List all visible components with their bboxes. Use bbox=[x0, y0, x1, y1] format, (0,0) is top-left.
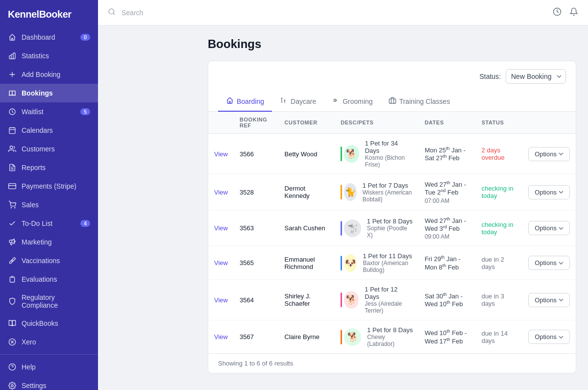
sidebar-item-regulatory[interactable]: Regulatory Compliance bbox=[0, 289, 98, 314]
question-icon bbox=[8, 363, 17, 371]
bookings-card: Status: New Booking Confirmed Checked In… bbox=[208, 61, 576, 373]
sidebar-item-xero[interactable]: Xero bbox=[0, 333, 98, 351]
desc-cell: 🐕 1 Pet for 8 Days Chewy (Labrador) bbox=[341, 326, 413, 347]
table-row: View 3566 Betty Wood 🐕 1 Pet for 34 Days… bbox=[208, 134, 576, 174]
megaphone-icon bbox=[8, 238, 17, 246]
status-badge: checking in today bbox=[482, 185, 514, 199]
card-header: Status: New Booking Confirmed Checked In… bbox=[208, 61, 576, 92]
customer-name: Sarah Cushen bbox=[285, 224, 325, 232]
col-options bbox=[522, 112, 576, 134]
sidebar-item-reports[interactable]: Reports bbox=[0, 158, 98, 177]
sidebar-item-calendars[interactable]: Calendars bbox=[0, 121, 98, 140]
sidebar-item-waitlist[interactable]: Waitlist 5 bbox=[0, 102, 98, 121]
view-link-3563[interactable]: View bbox=[214, 224, 228, 232]
sidebar: KennelBooker Dashboard 0 Statistics Add … bbox=[0, 0, 98, 390]
sidebar-item-bookings[interactable]: Bookings bbox=[0, 84, 98, 102]
svg-point-2 bbox=[10, 146, 12, 148]
sidebar-item-label: Payments (Stripe) bbox=[22, 182, 76, 190]
svg-point-15 bbox=[109, 9, 114, 14]
history-icon[interactable] bbox=[553, 7, 562, 18]
options-button[interactable]: Options bbox=[528, 147, 570, 161]
options-button[interactable]: Options bbox=[528, 256, 570, 270]
avatar: 🐕 bbox=[344, 328, 361, 346]
desc-text: 1 Pet for 12 Days Jess (Airedale Terrier… bbox=[365, 286, 413, 314]
sidebar-item-label: Help bbox=[22, 363, 36, 371]
color-bar bbox=[341, 330, 342, 344]
view-link-3564[interactable]: View bbox=[214, 296, 228, 304]
tab-boarding[interactable]: Boarding bbox=[218, 92, 272, 112]
desc-text: 1 Pet for 8 Days Chewy (Labrador) bbox=[367, 326, 413, 347]
sidebar-item-label: Dashboard bbox=[22, 33, 55, 41]
sidebar-item-settings[interactable]: Settings bbox=[0, 376, 98, 390]
options-button[interactable]: Options bbox=[528, 185, 570, 199]
chart-icon bbox=[8, 51, 17, 60]
avatar: 🐩 bbox=[344, 219, 361, 237]
sidebar-item-label: QuickBooks bbox=[22, 319, 58, 327]
tab-grooming[interactable]: Grooming bbox=[324, 92, 380, 112]
sidebar-item-label: Calendars bbox=[22, 126, 53, 134]
dates-cell: Mon 25th Jan - Sat 27th Feb bbox=[425, 146, 470, 162]
search-input[interactable] bbox=[122, 9, 220, 17]
sidebar-item-marketing[interactable]: Marketing bbox=[0, 233, 98, 251]
status-badge: checking in today bbox=[482, 221, 514, 236]
sidebar-item-label: Xero bbox=[22, 338, 36, 346]
sidebar-item-statistics[interactable]: Statistics bbox=[0, 47, 98, 65]
customer-name: Betty Wood bbox=[285, 150, 318, 158]
gear-icon bbox=[8, 381, 17, 390]
search-icon bbox=[108, 8, 116, 18]
notification-icon[interactable] bbox=[569, 7, 578, 18]
dates-cell: Wed 27th Jan - Tue 2nd Feb 07:00 AM bbox=[425, 180, 470, 204]
color-bar bbox=[341, 292, 342, 307]
color-bar bbox=[341, 185, 342, 199]
sidebar-item-payments[interactable]: Payments (Stripe) bbox=[0, 177, 98, 195]
sidebar-item-label: Settings bbox=[22, 382, 47, 390]
sidebar-item-label: Customers bbox=[22, 145, 55, 153]
options-button[interactable]: Options bbox=[528, 221, 570, 235]
status-select[interactable]: New Booking Confirmed Checked In Checked… bbox=[506, 69, 566, 84]
check-icon bbox=[8, 219, 17, 228]
home-icon bbox=[8, 33, 17, 42]
tabs-bar: Boarding Daycare Grooming Training Class… bbox=[208, 92, 576, 112]
table-row: View 3528 Dermot Kennedy 🐈 1 Pet for 7 D… bbox=[208, 174, 576, 211]
avatar: 🐕 bbox=[344, 145, 359, 163]
color-bar bbox=[341, 221, 342, 236]
sidebar-item-help[interactable]: Help bbox=[0, 358, 98, 376]
tab-daycare[interactable]: Daycare bbox=[272, 92, 324, 112]
sidebar-item-label: Vaccinations bbox=[22, 257, 60, 265]
svg-point-8 bbox=[15, 207, 15, 208]
bookings-table: BOOKING REF CUSTOMER DESC/PETS DATES STA… bbox=[208, 112, 576, 353]
tab-training[interactable]: Training Classes bbox=[381, 92, 458, 112]
options-button[interactable]: Options bbox=[528, 330, 570, 344]
sidebar-item-vaccinations[interactable]: Vaccinations bbox=[0, 251, 98, 270]
status-badge: due in 14 days bbox=[482, 330, 508, 344]
view-link-3528[interactable]: View bbox=[214, 189, 228, 196]
desc-cell: 🐕 1 Pet for 34 Days Kosmo (Bichon Frise) bbox=[341, 140, 413, 168]
view-link-3566[interactable]: View bbox=[214, 150, 228, 158]
customer-name: Shirley J. Schaefer bbox=[285, 292, 311, 307]
shopping-cart-icon bbox=[8, 200, 17, 209]
sidebar-item-sales[interactable]: Sales bbox=[0, 195, 98, 214]
bookings-table-wrap: BOOKING REF CUSTOMER DESC/PETS DATES STA… bbox=[208, 112, 576, 353]
sidebar-item-add-booking[interactable]: Add Booking bbox=[0, 65, 98, 84]
col-action bbox=[208, 112, 234, 134]
page-title: Bookings bbox=[208, 37, 576, 51]
sidebar-item-todo[interactable]: To-Do List 4 bbox=[0, 214, 98, 233]
desc-text: 1 Pet for 8 Days Sophie (Poodle X) bbox=[367, 218, 413, 239]
booking-ref: 3528 bbox=[240, 189, 254, 196]
sidebar-item-quickbooks[interactable]: QuickBooks bbox=[0, 314, 98, 333]
sidebar-item-customers[interactable]: Customers bbox=[0, 140, 98, 158]
desc-text: 1 Pet for 11 Days Baxtor (American Bulld… bbox=[363, 252, 413, 273]
desc-text: 1 Pet for 34 Days Kosmo (Bichon Frise) bbox=[365, 140, 413, 168]
sidebar-item-dashboard[interactable]: Dashboard 0 bbox=[0, 28, 98, 47]
sidebar-item-label: Waitlist bbox=[22, 108, 44, 116]
desc-cell: 🐕 1 Pet for 12 Days Jess (Airedale Terri… bbox=[341, 286, 413, 314]
view-link-3565[interactable]: View bbox=[214, 259, 228, 267]
sidebar-item-label: Reports bbox=[22, 164, 46, 171]
sidebar-item-evaluations[interactable]: Evaluations bbox=[0, 270, 98, 289]
view-link-3567[interactable]: View bbox=[214, 333, 228, 341]
daycare-icon bbox=[280, 97, 288, 106]
col-dates: DATES bbox=[419, 112, 476, 134]
booking-ref: 3563 bbox=[240, 224, 254, 232]
svg-rect-5 bbox=[9, 184, 16, 189]
options-button[interactable]: Options bbox=[528, 293, 570, 307]
